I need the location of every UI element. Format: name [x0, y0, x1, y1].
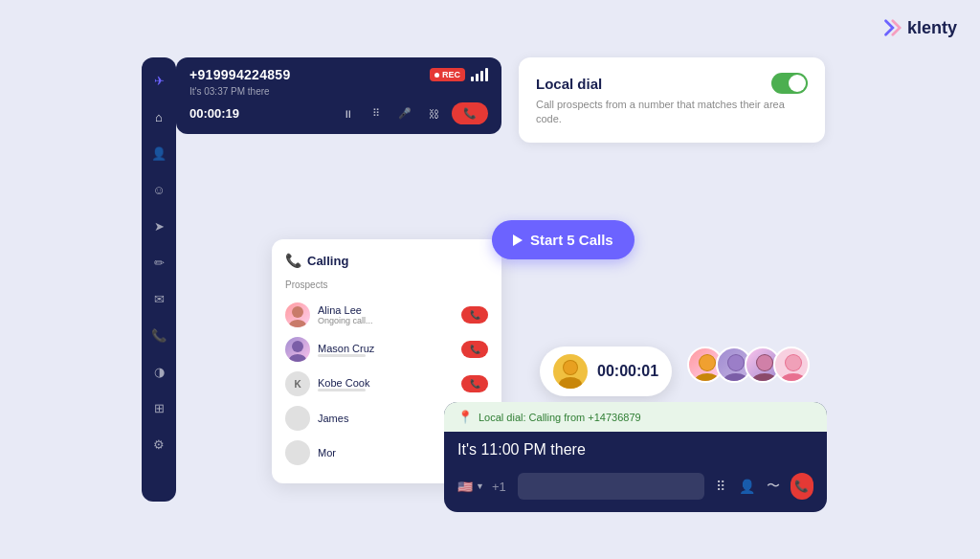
- avatar-alina: [285, 302, 310, 327]
- location-icon: 📍: [457, 410, 473, 424]
- sidebar-item-user[interactable]: ☺: [149, 180, 168, 199]
- svg-point-3: [289, 354, 306, 362]
- dialer-panel: 📍 Local dial: Calling from +14736879 It'…: [444, 402, 827, 512]
- call-badges: REC: [430, 68, 488, 81]
- dialer-input-row: 🇺🇸 ▼ +1 ⠿ 👤 〜 📞: [444, 464, 827, 512]
- svg-point-9: [700, 355, 715, 370]
- svg-point-18: [786, 355, 801, 370]
- prospect-status-bar-kobe: [318, 389, 366, 391]
- rec-badge: REC: [430, 68, 465, 81]
- sidebar-item-mail[interactable]: ✉: [149, 289, 168, 308]
- local-dial-header: Local dial: [536, 73, 808, 94]
- prospect-name-kobe: Kobe Cook: [318, 377, 454, 389]
- call-bar: +919994224859 REC It's 03:37 PM there 00…: [176, 57, 501, 134]
- keypad-icon[interactable]: ⠿: [712, 472, 730, 501]
- local-dial-toggle[interactable]: [771, 73, 808, 94]
- sidebar-item-settings[interactable]: ⚙: [149, 435, 168, 454]
- svg-point-8: [695, 373, 720, 383]
- prospect-row: Mason Cruz 📞: [285, 332, 488, 367]
- prospect-row: Alina Lee Ongoing call... 📞: [285, 298, 488, 332]
- avatar-mor: [285, 440, 310, 465]
- call-time-there: It's 03:37 PM there: [189, 86, 488, 97]
- dialer-time-text: It's 11:00 PM there: [444, 432, 827, 464]
- contact-icon[interactable]: 👤: [738, 472, 756, 501]
- end-call-kobe[interactable]: 📞: [461, 375, 488, 392]
- prospect-status-bar-mason: [318, 354, 366, 357]
- pause-button[interactable]: ⏸: [337, 103, 358, 124]
- end-call-mason[interactable]: 📞: [461, 341, 488, 358]
- start-calls-label: Start 5 Calls: [530, 232, 613, 248]
- timer-text: 00:00:01: [597, 363, 658, 380]
- svg-point-5: [559, 377, 582, 389]
- sidebar: ✈ ⌂ 👤 ☺ ➤ ✏ ✉ 📞 ◑ ⊞ ⚙: [142, 57, 176, 502]
- svg-point-11: [724, 373, 748, 383]
- stack-avatar-4: [773, 347, 810, 383]
- svg-point-17: [781, 373, 806, 383]
- svg-point-12: [728, 355, 744, 370]
- flag-emoji: 🇺🇸: [457, 480, 473, 494]
- sidebar-item-arrow[interactable]: ➤: [149, 216, 168, 235]
- flag-select[interactable]: 🇺🇸 ▼: [457, 480, 484, 494]
- klenty-logo: klenty: [880, 17, 957, 38]
- calling-phone-icon: 📞: [285, 253, 301, 268]
- country-code: +1: [492, 480, 506, 494]
- phone-number-input[interactable]: [518, 473, 704, 500]
- sidebar-item-contacts[interactable]: 👤: [149, 144, 168, 163]
- toggle-knob: [789, 75, 806, 92]
- svg-point-6: [564, 361, 577, 374]
- avatar-kobe: K: [285, 371, 310, 396]
- calling-title: Calling: [307, 254, 348, 268]
- main-content: +919994224859 REC It's 03:37 PM there 00…: [176, 57, 961, 502]
- sidebar-item-home[interactable]: ⌂: [149, 107, 168, 126]
- prospect-status-alina: Ongoing call...: [318, 316, 454, 325]
- keypad-button[interactable]: ⠿: [366, 103, 387, 124]
- avatar-mason: [285, 337, 310, 362]
- svg-point-2: [292, 341, 303, 352]
- sidebar-item-phone[interactable]: 📞: [149, 325, 168, 345]
- klenty-brand-icon: [880, 17, 902, 38]
- sidebar-item-edit[interactable]: ✏: [149, 253, 168, 272]
- calling-header: 📞 Calling: [285, 253, 488, 268]
- svg-point-15: [757, 355, 772, 370]
- mute-button[interactable]: 🎤: [394, 103, 415, 124]
- prospect-row: K Kobe Cook 📞: [285, 367, 488, 401]
- record-button[interactable]: ⛓: [423, 103, 444, 124]
- klenty-text: klenty: [907, 18, 957, 38]
- end-call-alina[interactable]: 📞: [461, 306, 488, 324]
- call-phone-number: +919994224859: [189, 67, 291, 82]
- dialer-local-info: 📍 Local dial: Calling from +14736879: [444, 402, 827, 432]
- prospects-label: Prospects: [285, 280, 488, 290]
- end-call-button[interactable]: 📞: [452, 102, 488, 124]
- dropdown-arrow-icon: ▼: [476, 481, 484, 491]
- dialer-local-label: Local dial: Calling from +14736879: [479, 412, 641, 423]
- wave-icon[interactable]: 〜: [764, 472, 782, 501]
- sidebar-item-grid[interactable]: ⊞: [149, 398, 168, 417]
- avatar-james: [285, 406, 310, 431]
- timer-avatar: [553, 354, 588, 389]
- play-icon: [513, 235, 523, 246]
- call-controls: ⏸ ⠿ 🎤 ⛓ 📞: [337, 102, 488, 124]
- prospect-name-alina: Alina Lee: [318, 304, 454, 316]
- timer-badge: 00:00:01: [540, 347, 672, 396]
- start-calls-button[interactable]: Start 5 Calls: [492, 220, 635, 259]
- call-timer: 00:00:19: [189, 106, 239, 121]
- avatar-stack: [687, 347, 810, 383]
- svg-point-1: [289, 320, 306, 327]
- signal-bars: [471, 68, 488, 81]
- local-dial-card: Local dial Call prospects from a number …: [519, 57, 825, 143]
- rec-dot: [434, 73, 439, 78]
- prospect-name-mason: Mason Cruz: [318, 343, 454, 354]
- svg-point-0: [292, 306, 303, 318]
- dialer-end-call-button[interactable]: 📞: [791, 473, 813, 500]
- svg-point-14: [752, 373, 777, 383]
- sidebar-item-clock[interactable]: ◑: [149, 362, 168, 381]
- local-dial-title-text: Local dial: [536, 76, 602, 92]
- sidebar-item-nav[interactable]: ✈: [149, 71, 168, 90]
- local-dial-description: Call prospects from a number that matche…: [536, 98, 808, 127]
